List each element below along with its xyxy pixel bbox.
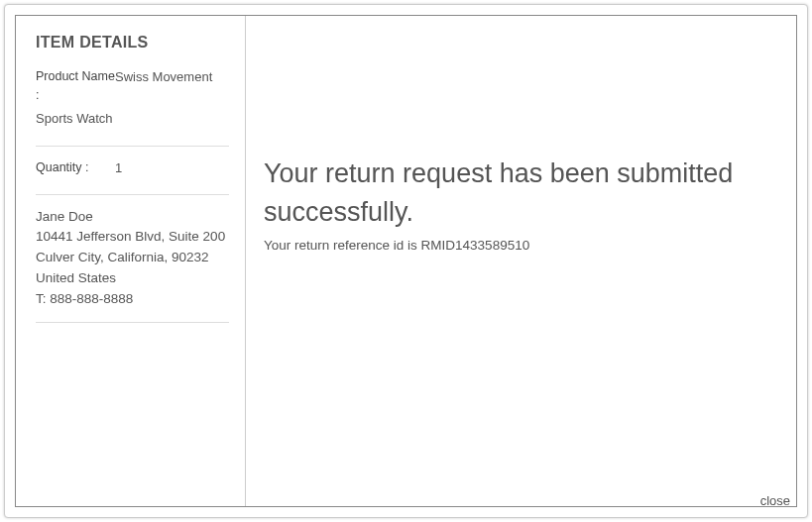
close-button[interactable]: close: [760, 493, 790, 508]
address-block: Jane Doe 10441 Jefferson Blvd, Suite 200…: [36, 207, 229, 324]
address-phone: T: 888-888-8888: [36, 289, 229, 310]
reference-prefix: Your return reference id is: [264, 238, 421, 253]
dialog-outer: ITEM DETAILS Product Name : Swiss Moveme…: [4, 4, 808, 518]
reference-id: RMID1433589510: [421, 238, 530, 253]
address-city: Culver City, California, 90232: [36, 248, 229, 268]
quantity-label: Quantity :: [36, 158, 115, 177]
quantity-value: 1: [115, 158, 229, 178]
dialog-inner: ITEM DETAILS Product Name : Swiss Moveme…: [15, 15, 797, 507]
address-name: Jane Doe: [36, 207, 229, 228]
product-name-row: Product Name : Swiss Movement: [36, 67, 229, 105]
item-details-sidebar: ITEM DETAILS Product Name : Swiss Moveme…: [16, 16, 246, 506]
product-name-section: Product Name : Swiss Movement Sports Wat…: [36, 67, 229, 147]
product-name-value-line2: Sports Watch: [36, 109, 229, 129]
product-name-label: Product Name :: [36, 67, 115, 105]
quantity-section: Quantity : 1: [36, 158, 229, 195]
address-country: United States: [36, 268, 229, 289]
item-details-title: ITEM DETAILS: [36, 34, 229, 52]
reference-line: Your return reference id is RMID14335895…: [264, 238, 778, 253]
product-name-value-line1: Swiss Movement: [115, 67, 229, 87]
quantity-row: Quantity : 1: [36, 158, 229, 178]
main-content: Your return request has been submitted s…: [246, 16, 796, 506]
success-message: Your return request has been submitted s…: [264, 155, 778, 232]
address-street: 10441 Jefferson Blvd, Suite 200: [36, 227, 229, 248]
